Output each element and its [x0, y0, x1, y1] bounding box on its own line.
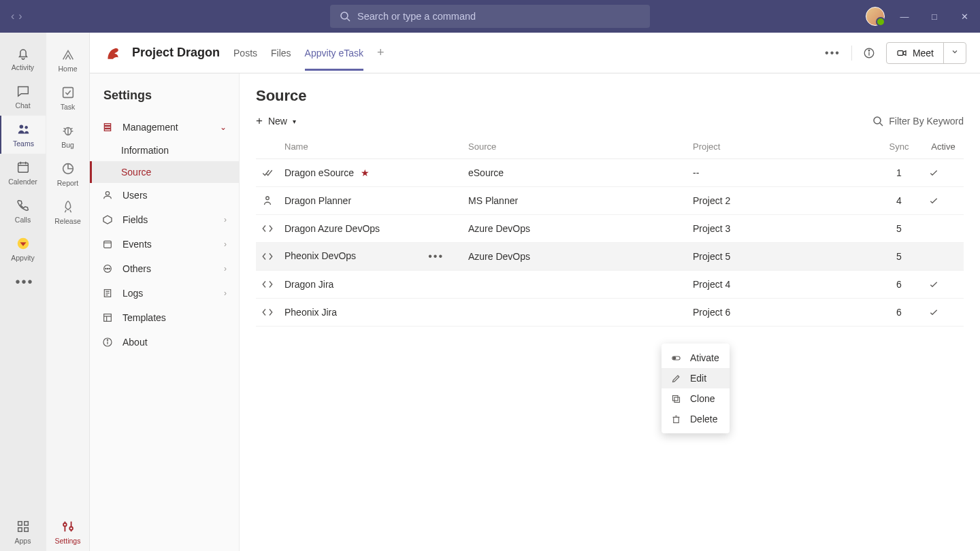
- nav-users[interactable]: Users: [90, 183, 239, 207]
- nav-label: Users: [122, 190, 148, 201]
- ctx-label: Ativate: [690, 352, 719, 363]
- more-icon: •••: [16, 274, 31, 289]
- nav-back-icon[interactable]: ‹: [11, 10, 14, 22]
- subrail-settings[interactable]: Settings: [46, 513, 89, 551]
- table-row[interactable]: Dragon Azure DevOpsAzure DevOpsProject 3…: [256, 215, 964, 243]
- svg-point-32: [105, 192, 109, 195]
- rail-chat[interactable]: Chat: [0, 78, 46, 116]
- table-row[interactable]: Dragon eSource★eSource--1: [256, 159, 964, 187]
- svg-marker-33: [103, 216, 112, 224]
- window-maximize-icon[interactable]: □: [924, 12, 945, 22]
- row-source: eSource: [463, 159, 687, 187]
- ctx-label: Delete: [690, 414, 717, 424]
- row-sync: 4: [875, 187, 923, 215]
- col-sync[interactable]: Sync: [875, 135, 923, 159]
- rail-appvity[interactable]: Appvity: [0, 230, 46, 268]
- row-sync: 5: [875, 215, 923, 243]
- subrail-bug[interactable]: Bug: [46, 117, 89, 155]
- subrail-task[interactable]: Task: [46, 79, 89, 117]
- ctx-ativate[interactable]: Ativate: [662, 348, 730, 368]
- nav-about[interactable]: About: [90, 330, 239, 354]
- subrail-home[interactable]: Home: [46, 41, 89, 79]
- more-options-icon[interactable]: •••: [825, 47, 840, 59]
- window-minimize-icon[interactable]: —: [894, 12, 915, 22]
- col-source[interactable]: Source: [463, 135, 687, 159]
- ctx-edit[interactable]: Edit: [662, 368, 730, 388]
- nav-management[interactable]: Management ⌄: [90, 115, 239, 139]
- management-icon: [102, 122, 114, 133]
- rail-apps[interactable]: Apps: [0, 513, 46, 551]
- calendar-icon: [16, 160, 31, 175]
- svg-rect-29: [104, 124, 110, 126]
- bug-icon: [61, 123, 76, 138]
- row-more-icon[interactable]: •••: [428, 250, 444, 263]
- row-active: [923, 215, 964, 243]
- svg-line-51: [880, 123, 883, 126]
- tab-appvity-etask[interactable]: Appvity eTask: [305, 35, 363, 71]
- row-active: [923, 271, 964, 299]
- svg-line-18: [63, 128, 65, 129]
- add-tab-icon[interactable]: +: [377, 46, 385, 60]
- subrail-label: Release: [54, 217, 81, 225]
- rail-activity[interactable]: Activity: [0, 39, 46, 78]
- trash-icon: [671, 414, 682, 424]
- nav-label: Templates: [122, 312, 166, 323]
- dragon-icon: [104, 44, 122, 62]
- row-active: [923, 187, 964, 215]
- rail-more[interactable]: •••: [0, 268, 46, 295]
- rail-teams[interactable]: Teams: [0, 116, 46, 154]
- search-box[interactable]: Search or type a command: [330, 5, 650, 28]
- rail-label: Calender: [8, 178, 37, 186]
- video-icon: [896, 48, 907, 59]
- row-source: Azure DevOps: [463, 215, 687, 243]
- ctx-delete[interactable]: Delete: [662, 409, 730, 429]
- avatar[interactable]: [866, 7, 885, 26]
- nav-logs[interactable]: Logs ›: [90, 281, 239, 305]
- nav-others[interactable]: Others ›: [90, 256, 239, 281]
- report-icon: [61, 161, 76, 176]
- nav-information[interactable]: Information: [90, 139, 239, 161]
- table-row[interactable]: Dragon PlannerMS PlannerProject 24: [256, 187, 964, 215]
- page-title: Source: [256, 87, 964, 105]
- events-icon: [102, 239, 114, 250]
- info-icon[interactable]: [863, 47, 875, 59]
- table-row[interactable]: Dragon JiraProject 46: [256, 271, 964, 299]
- svg-rect-12: [24, 528, 28, 532]
- svg-rect-28: [898, 50, 903, 55]
- svg-point-3: [24, 126, 27, 129]
- subrail-report[interactable]: Report: [46, 155, 89, 193]
- filter-control[interactable]: Filter By Keyword: [872, 116, 964, 127]
- rail-label: Teams: [13, 139, 34, 148]
- svg-rect-56: [673, 395, 679, 401]
- rail-calls[interactable]: Calls: [0, 192, 46, 230]
- nav-events[interactable]: Events ›: [90, 232, 239, 256]
- meet-dropdown-icon[interactable]: [943, 43, 966, 63]
- new-button[interactable]: + New ▾: [256, 114, 296, 128]
- nav-label: Fields: [122, 214, 148, 225]
- tab-files[interactable]: Files: [271, 35, 291, 71]
- row-source: [463, 299, 687, 327]
- rail-calendar[interactable]: Calender: [0, 154, 46, 192]
- col-project[interactable]: Project: [687, 135, 875, 159]
- meet-button[interactable]: Meet: [887, 43, 943, 63]
- nav-templates[interactable]: Templates: [90, 305, 239, 330]
- nav-fields[interactable]: Fields ›: [90, 207, 239, 232]
- subrail-label: Task: [61, 103, 76, 111]
- nav-label: Others: [122, 263, 151, 274]
- svg-point-2: [19, 125, 22, 129]
- col-active[interactable]: Active: [923, 135, 964, 159]
- table-row[interactable]: Pheonix JiraProject 66: [256, 299, 964, 327]
- window-close-icon[interactable]: ✕: [954, 12, 975, 22]
- row-source: [463, 271, 687, 299]
- table-row[interactable]: Pheonix DevOps•••Azure DevOpsProject 55: [256, 243, 964, 271]
- svg-rect-57: [674, 417, 679, 422]
- nav-source[interactable]: Source: [90, 161, 239, 183]
- nav-forward-icon[interactable]: ›: [18, 10, 22, 22]
- ctx-clone[interactable]: Clone: [662, 388, 730, 409]
- col-name[interactable]: Name: [279, 135, 463, 159]
- tab-posts[interactable]: Posts: [233, 35, 257, 71]
- channel-header: Project Dragon Posts Files Appvity eTask…: [90, 33, 980, 73]
- svg-point-37: [105, 268, 106, 269]
- settings-heading: Settings: [90, 73, 239, 115]
- subrail-release[interactable]: Release: [46, 193, 89, 231]
